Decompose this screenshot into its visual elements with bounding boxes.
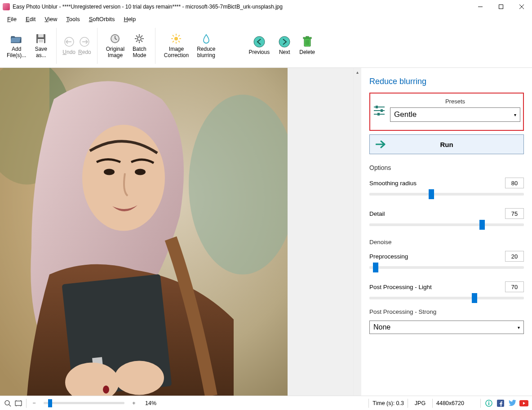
close-button[interactable] bbox=[511, 0, 532, 13]
image-correction-label: Image Correction bbox=[164, 46, 189, 59]
save-as-label: Save as... bbox=[35, 46, 47, 59]
svg-point-49 bbox=[135, 169, 146, 175]
run-button[interactable]: Run bbox=[369, 134, 524, 154]
delete-button[interactable]: Delete bbox=[295, 24, 319, 67]
slider-thumb[interactable] bbox=[472, 293, 477, 303]
smoothing-radius-slider[interactable] bbox=[369, 193, 524, 196]
status-bar: − + 14% Time (s): 0.3 JPG 4480x6720 bbox=[0, 396, 532, 410]
svg-point-54 bbox=[103, 386, 109, 394]
redo-label: Redo bbox=[78, 49, 91, 56]
floppy-icon bbox=[35, 33, 47, 45]
undo-icon bbox=[63, 36, 75, 48]
panel-title: Reduce blurring bbox=[369, 77, 524, 86]
clock-icon bbox=[109, 33, 121, 45]
options-label: Options bbox=[369, 164, 524, 171]
trash-icon bbox=[301, 36, 313, 48]
preprocessing-value[interactable]: 20 bbox=[505, 251, 524, 262]
menu-edit[interactable]: Edit bbox=[21, 15, 40, 23]
svg-line-25 bbox=[141, 36, 142, 37]
redo-button2[interactable]: Redo bbox=[77, 24, 93, 67]
postproc-strong-label: Post Processing - Strong bbox=[369, 308, 524, 315]
svg-rect-1 bbox=[499, 5, 503, 9]
redo-icon bbox=[79, 36, 90, 48]
svg-point-53 bbox=[115, 361, 164, 395]
undo-button2[interactable]: Undo bbox=[61, 24, 77, 67]
add-files-label: Add File(s)... bbox=[7, 46, 26, 59]
smoothing-radius-value[interactable]: 80 bbox=[505, 178, 524, 188]
svg-line-22 bbox=[136, 36, 137, 37]
detail-value[interactable]: 75 bbox=[505, 208, 524, 219]
original-image-button[interactable]: Original Image bbox=[102, 24, 129, 67]
svg-point-61 bbox=[5, 401, 9, 405]
dimensions-status: 4480x6720 bbox=[436, 400, 477, 406]
vertical-scrollbar[interactable]: ▴ bbox=[353, 68, 361, 396]
postproc-strong-value: None bbox=[373, 323, 390, 331]
menu-help[interactable]: Help bbox=[119, 15, 140, 23]
batch-mode-label: Batch Mode bbox=[133, 46, 146, 59]
info-icon[interactable] bbox=[484, 399, 493, 407]
svg-rect-60 bbox=[377, 113, 380, 116]
svg-point-17 bbox=[137, 37, 141, 40]
svg-point-26 bbox=[174, 37, 178, 40]
droplet-icon bbox=[200, 33, 212, 45]
twitter-icon[interactable] bbox=[508, 399, 517, 407]
menu-softorbits[interactable]: SoftOrbits bbox=[84, 15, 120, 23]
fit-screen-icon[interactable] bbox=[14, 399, 22, 407]
slider-thumb[interactable] bbox=[373, 263, 378, 272]
svg-point-48 bbox=[104, 169, 115, 175]
scroll-up-icon[interactable]: ▴ bbox=[354, 68, 361, 76]
postproc-light-slider[interactable] bbox=[369, 297, 524, 299]
zoom-tool-icon[interactable] bbox=[4, 399, 12, 407]
menu-view[interactable]: View bbox=[40, 15, 62, 23]
minimize-button[interactable] bbox=[470, 0, 491, 13]
reduce-blurring-button[interactable]: Reduce blurring bbox=[193, 24, 219, 67]
menu-file[interactable]: File bbox=[3, 15, 21, 23]
svg-point-36 bbox=[279, 36, 290, 47]
detail-label: Detail bbox=[369, 210, 385, 217]
presets-value: Gentle bbox=[394, 110, 417, 119]
svg-rect-39 bbox=[306, 36, 309, 37]
svg-line-31 bbox=[173, 35, 174, 36]
save-as-button[interactable]: Save as... bbox=[30, 24, 52, 67]
gear-icon bbox=[133, 33, 145, 45]
svg-point-35 bbox=[254, 36, 265, 47]
zoom-in-button[interactable]: + bbox=[130, 399, 138, 407]
previous-icon bbox=[253, 36, 265, 48]
image-correction-button[interactable]: Image Correction bbox=[160, 24, 193, 67]
zoom-slider[interactable] bbox=[44, 402, 124, 404]
menu-tools[interactable]: Tools bbox=[62, 15, 84, 23]
toolbar: Add File(s)... Save as... Undo Redo .too… bbox=[0, 24, 532, 67]
add-files-button[interactable]: Add File(s)... bbox=[3, 24, 30, 67]
time-status: Time (s): 0.3 bbox=[372, 400, 404, 406]
youtube-icon[interactable] bbox=[519, 399, 528, 407]
smoothing-radius-label: Smoothing radius bbox=[369, 180, 417, 187]
next-button[interactable]: Next bbox=[274, 24, 295, 67]
svg-rect-63 bbox=[15, 401, 22, 406]
zoom-out-button[interactable]: − bbox=[30, 399, 38, 407]
zoom-percent: 14% bbox=[145, 400, 156, 406]
svg-line-62 bbox=[9, 405, 11, 406]
slider-thumb[interactable] bbox=[479, 220, 485, 230]
batch-mode-button[interactable]: Batch Mode bbox=[129, 24, 151, 67]
maximize-button[interactable] bbox=[491, 0, 511, 13]
sliders-icon[interactable] bbox=[373, 104, 386, 116]
menu-bar: File Edit View Tools SoftOrbits Help bbox=[0, 13, 532, 24]
preprocessing-label: Preprocessing bbox=[369, 253, 408, 260]
postproc-light-value[interactable]: 70 bbox=[505, 281, 524, 292]
run-label: Run bbox=[440, 141, 453, 148]
facebook-icon[interactable] bbox=[496, 399, 505, 407]
slider-thumb[interactable] bbox=[429, 189, 434, 199]
folder-open-icon bbox=[11, 33, 22, 45]
presets-box: Presets Gentle ▾ bbox=[369, 93, 524, 131]
slider-thumb[interactable] bbox=[48, 399, 52, 407]
image-canvas[interactable]: ▴ bbox=[0, 68, 361, 396]
detail-slider[interactable] bbox=[369, 223, 524, 226]
previous-button[interactable]: Previous bbox=[245, 24, 274, 67]
presets-dropdown[interactable]: Gentle ▾ bbox=[390, 107, 520, 122]
postproc-strong-dropdown[interactable]: None ▾ bbox=[369, 321, 524, 334]
delete-label: Delete bbox=[299, 49, 315, 56]
next-icon bbox=[279, 36, 290, 48]
preprocessing-slider[interactable] bbox=[369, 266, 524, 269]
svg-rect-56 bbox=[376, 106, 378, 108]
presets-label: Presets bbox=[390, 98, 520, 105]
